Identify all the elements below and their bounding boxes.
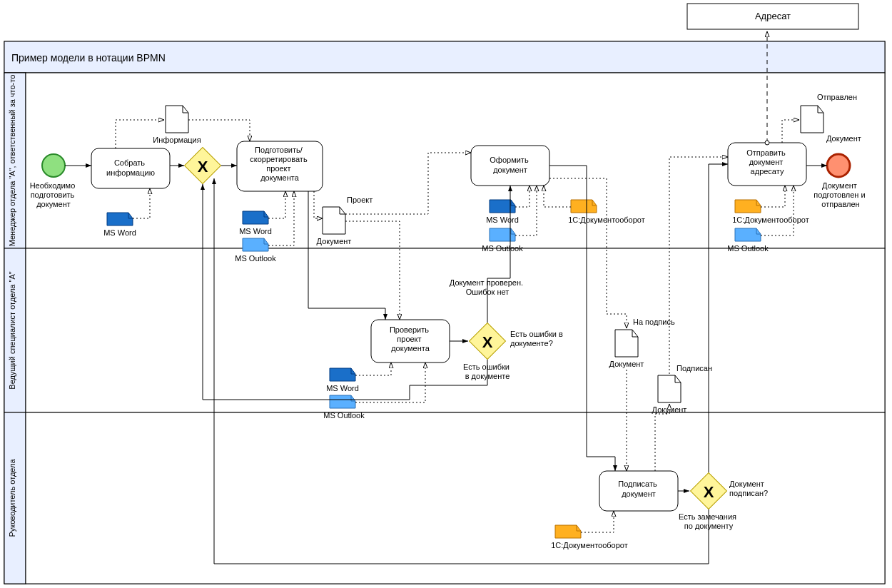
system-outlook-label-1: MS Outlook: [235, 254, 276, 263]
data-object-sign-state: На подпись: [633, 318, 675, 326]
system-docflow-label-3: 1С:Документооборот: [551, 541, 627, 549]
external-label: Адресат: [755, 11, 791, 21]
task-send-doc-label: Отправить документ адресату: [746, 148, 788, 176]
system-outlook-label-4: MS Outlook: [323, 411, 365, 420]
data-object-project-label: Проект: [347, 196, 372, 204]
svg-text:X: X: [704, 483, 714, 501]
data-object-sign-label: Документ: [609, 360, 644, 368]
system-outlook-icon-1: [243, 238, 268, 251]
data-object-info-icon: [166, 106, 188, 133]
data-object-project-icon: [323, 207, 345, 234]
data-object-project-doc-label: Документ: [317, 237, 352, 245]
svg-text:X: X: [482, 333, 493, 351]
data-object-info-label: Информация: [153, 136, 201, 144]
lane3-area: [26, 412, 885, 584]
lane3-label: Руководитель отдела: [8, 459, 16, 537]
lane2-area: [26, 248, 885, 412]
system-docflow-icon-2: [735, 200, 761, 213]
data-object-sign-icon: [615, 330, 638, 357]
system-word-icon-4: [330, 368, 355, 381]
system-docflow-icon-3: [555, 525, 581, 538]
data-object-sent-icon: [801, 106, 823, 133]
start-event: [42, 154, 65, 177]
system-docflow-label-1: 1С:Документооборот: [568, 216, 644, 224]
system-word-icon-2: [243, 211, 268, 224]
data-object-signed-icon: [658, 375, 681, 402]
start-event-label: Необходимо подготовить документ: [30, 181, 78, 208]
system-docflow-icon-1: [571, 200, 597, 213]
gateway-signed-question: Документ подписан?: [729, 480, 768, 497]
end-event: [827, 154, 850, 177]
lane2-label: Ведущий специалист отдела "А": [8, 271, 16, 389]
system-outlook-icon-4: [330, 395, 355, 408]
system-word-icon-1: [107, 213, 133, 225]
system-word-label-4: MS Word: [326, 384, 359, 392]
data-object-signed-state: Подписан: [676, 364, 712, 372]
data-object-sent-state: Отправлен: [817, 93, 857, 101]
system-word-label-2: MS Word: [239, 227, 272, 235]
lane1-label: Менеджер отдела "А", ответственный за чт…: [8, 75, 16, 247]
system-outlook-label-3: MS Outlook: [727, 244, 769, 253]
system-outlook-icon-2: [490, 228, 515, 241]
system-outlook-label-2: MS Outlook: [482, 244, 523, 253]
system-outlook-icon-3: [735, 228, 761, 241]
pool-title: Пример модели в нотации BPMN: [11, 52, 166, 64]
system-word-icon-3: [490, 200, 515, 213]
system-docflow-label-2: 1С:Документооборот: [732, 216, 809, 224]
svg-text:X: X: [198, 158, 208, 176]
system-word-label-3: MS Word: [486, 216, 519, 224]
system-word-label-1: MS Word: [103, 228, 136, 237]
data-object-sent-label: Документ: [826, 134, 861, 143]
